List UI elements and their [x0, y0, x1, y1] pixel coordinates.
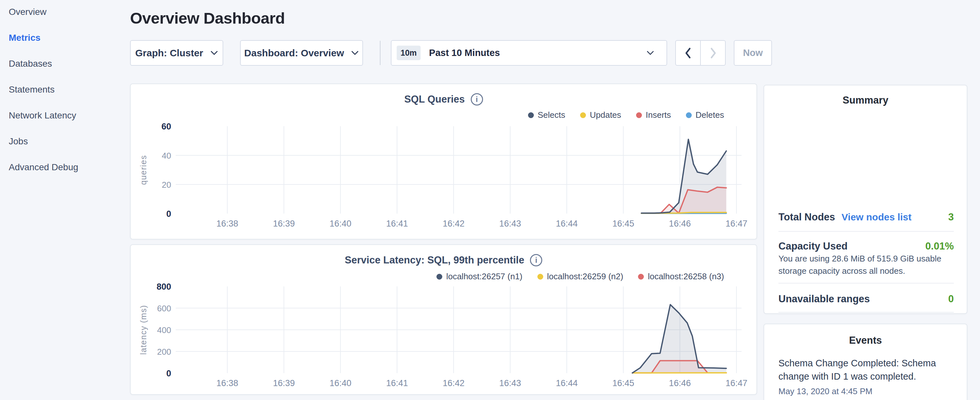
svg-text:60: 60	[161, 122, 171, 131]
sidebar-item-statements[interactable]: Statements	[9, 83, 78, 96]
sidebar-item-overview[interactable]: Overview	[9, 6, 78, 18]
summary-row-value: 0	[948, 293, 954, 305]
now-button[interactable]: Now	[734, 40, 772, 66]
events-panel: Events Schema Change Completed: Schema c…	[764, 324, 967, 400]
svg-text:200: 200	[157, 347, 171, 357]
svg-text:latency (ms): latency (ms)	[139, 305, 148, 355]
svg-text:16:38: 16:38	[216, 219, 239, 228]
svg-text:16:45: 16:45	[612, 219, 635, 228]
svg-text:16:39: 16:39	[273, 219, 295, 228]
event-timestamp: May 13, 2020 at 4:45 PM	[778, 386, 955, 397]
svg-text:0: 0	[166, 209, 171, 219]
dashboard-dropdown[interactable]: Dashboard: Overview	[240, 40, 363, 66]
svg-text:queries: queries	[139, 155, 148, 185]
chevron-down-icon	[646, 51, 654, 56]
svg-text:16:39: 16:39	[273, 378, 295, 388]
summary-divider	[778, 283, 954, 284]
svg-text:400: 400	[157, 325, 171, 335]
now-button-label: Now	[743, 48, 763, 58]
summary-row: Capacity Used0.01%	[778, 241, 954, 252]
service-latency-chart-card: Service Latency: SQL, 99th percentile i …	[130, 244, 757, 395]
svg-text:16:45: 16:45	[612, 378, 635, 388]
page-title: Overview Dashboard	[130, 9, 285, 27]
dashboard-label: Dashboard: Overview	[244, 48, 344, 59]
time-range-dropdown[interactable]: 10m Past 10 Minutes	[391, 40, 667, 66]
summary-row-value: 3	[948, 211, 954, 223]
summary-row-label: Total Nodes	[778, 211, 835, 223]
summary-row-value: 0.01%	[925, 241, 954, 252]
svg-text:0: 0	[166, 369, 171, 378]
graph-scope-label: Graph: Cluster	[135, 48, 203, 59]
chevron-down-icon	[351, 51, 359, 56]
summary-row: Unavailable ranges0	[778, 293, 954, 305]
sidebar-item-metrics[interactable]: Metrics	[9, 32, 78, 44]
svg-text:16:46: 16:46	[669, 378, 691, 388]
svg-text:16:47: 16:47	[725, 378, 748, 388]
controls-divider	[380, 41, 380, 65]
svg-text:16:44: 16:44	[556, 378, 578, 388]
events-title: Events	[764, 335, 967, 346]
sidebar-nav: OverviewMetricsDatabasesStatementsNetwor…	[9, 6, 78, 173]
sidebar-item-network-latency[interactable]: Network Latency	[9, 109, 78, 121]
svg-text:600: 600	[157, 304, 171, 313]
svg-text:16:43: 16:43	[499, 219, 521, 228]
svg-text:16:47: 16:47	[725, 219, 748, 228]
time-step-forward-button[interactable]	[700, 41, 725, 65]
svg-text:16:40: 16:40	[330, 378, 352, 388]
summary-title: Summary	[764, 94, 967, 106]
svg-text:20: 20	[162, 180, 171, 190]
app-screen: OverviewMetricsDatabasesStatementsNetwor…	[0, 0, 980, 400]
svg-text:16:44: 16:44	[556, 219, 578, 228]
svg-text:800: 800	[157, 282, 171, 292]
svg-text:16:43: 16:43	[499, 378, 521, 388]
time-range-label: Past 10 Minutes	[429, 48, 500, 58]
summary-row-label: Capacity Used	[778, 241, 848, 252]
graph-scope-dropdown[interactable]: Graph: Cluster	[130, 40, 223, 66]
sidebar-item-advanced-debug[interactable]: Advanced Debug	[9, 161, 78, 173]
svg-text:16:41: 16:41	[386, 219, 408, 228]
svg-text:16:38: 16:38	[216, 378, 239, 388]
summary-row-label: Unavailable ranges	[778, 293, 870, 305]
summary-divider	[778, 231, 954, 232]
summary-panel: Summary Total NodesView nodes list3Capac…	[764, 85, 967, 314]
view-nodes-list-link[interactable]: View nodes list	[842, 212, 912, 223]
event-text[interactable]: Schema Change Completed: Schema change w…	[778, 357, 955, 383]
sidebar-item-jobs[interactable]: Jobs	[9, 135, 78, 147]
svg-text:16:42: 16:42	[442, 219, 465, 228]
sql-queries-chart: 020406016:3816:3916:4016:4116:4216:4316:…	[131, 84, 756, 239]
svg-text:16:41: 16:41	[386, 378, 408, 388]
chevron-right-icon	[710, 47, 717, 59]
chevron-down-icon	[210, 51, 218, 56]
chevron-left-icon	[685, 47, 692, 59]
time-step-buttons	[675, 40, 726, 66]
summary-divider	[778, 312, 954, 312]
sidebar-item-databases[interactable]: Databases	[9, 57, 78, 70]
time-range-badge: 10m	[397, 46, 421, 60]
svg-text:40: 40	[162, 151, 171, 161]
sql-queries-chart-card: SQL Queries i SelectsUpdatesInsertsDelet…	[130, 83, 757, 239]
summary-row-description: You are using 28.6 MiB of 515.9 GiB usab…	[778, 252, 955, 277]
time-step-back-button[interactable]	[676, 41, 700, 65]
svg-text:16:46: 16:46	[669, 219, 691, 228]
service-latency-chart: 020040060080016:3816:3916:4016:4116:4216…	[131, 245, 756, 394]
svg-text:16:42: 16:42	[442, 378, 465, 388]
svg-text:16:40: 16:40	[330, 219, 352, 228]
summary-row: Total NodesView nodes list3	[778, 211, 954, 223]
